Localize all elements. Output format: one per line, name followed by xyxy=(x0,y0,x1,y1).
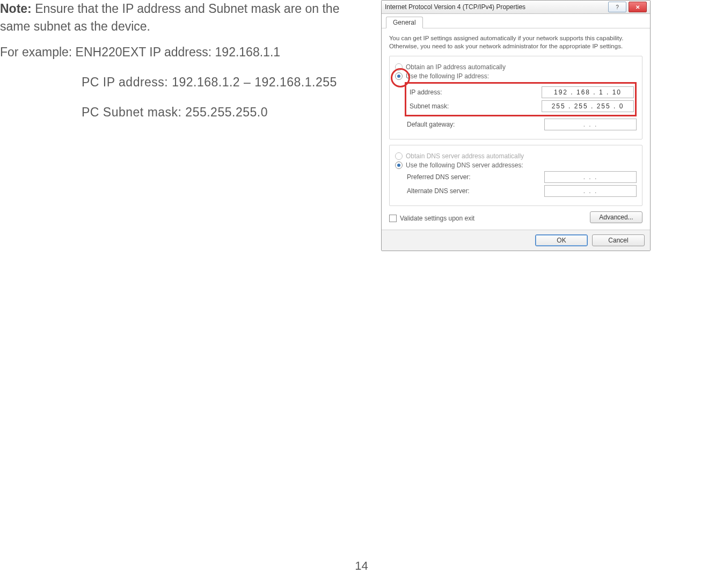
tab-strip: General xyxy=(382,14,650,28)
dialog-description: You can get IP settings assigned automat… xyxy=(389,34,642,50)
page-number: 14 xyxy=(0,559,723,573)
validate-checkbox-label: Validate settings upon exit xyxy=(400,215,474,222)
close-button[interactable]: ✕ xyxy=(629,2,647,12)
help-button[interactable]: ? xyxy=(608,2,626,12)
ip-address-field[interactable]: 192 . 168 . 1 . 10 xyxy=(542,86,634,98)
preferred-dns-row: Preferred DNS server: . . . xyxy=(407,171,637,183)
close-icon: ✕ xyxy=(636,4,640,10)
ip-address-label: IP address: xyxy=(410,89,542,96)
alternate-dns-field[interactable]: . . . xyxy=(544,185,637,197)
validate-checkbox-row[interactable]: Validate settings upon exit xyxy=(389,215,474,222)
preferred-dns-field[interactable]: . . . xyxy=(544,171,637,183)
subnet-mask-label: Subnet mask: xyxy=(410,102,542,110)
ip-address-row: IP address: 192 . 168 . 1 . 10 xyxy=(410,86,634,98)
radio-obtain-ip[interactable] xyxy=(395,63,403,71)
advanced-button[interactable]: Advanced... xyxy=(590,211,642,223)
radio-use-ip-label: Use the following IP address: xyxy=(406,72,489,80)
example-prefix: For example: xyxy=(0,45,76,59)
example-line: For example: ENH220EXT IP address: 192.1… xyxy=(0,43,354,61)
dns-settings-group: Obtain DNS server address automatically … xyxy=(389,145,642,206)
titlebar: Internet Protocol Version 4 (TCP/IPv4) P… xyxy=(382,1,650,14)
default-gateway-field[interactable]: . . . xyxy=(544,119,637,130)
ip-settings-group: Obtain an IP address automatically Use t… xyxy=(389,56,642,139)
example-ip: ENH220EXT IP address: 192.168.1.1 xyxy=(76,45,280,59)
validate-advanced-row: Validate settings upon exit Advanced... xyxy=(389,211,642,223)
dialog-body: You can get IP settings assigned automat… xyxy=(382,28,650,230)
note-label: Note: xyxy=(0,2,32,16)
cancel-button[interactable]: Cancel xyxy=(592,234,645,246)
radio-obtain-ip-row[interactable]: Obtain an IP address automatically xyxy=(395,63,637,71)
tab-general[interactable]: General xyxy=(386,17,423,28)
alternate-dns-row: Alternate DNS server: . . . xyxy=(407,185,637,197)
dialog-footer: OK Cancel xyxy=(382,230,650,251)
radio-obtain-dns-row[interactable]: Obtain DNS server address automatically xyxy=(395,152,637,160)
preferred-dns-label: Preferred DNS server: xyxy=(407,173,544,181)
radio-obtain-dns[interactable] xyxy=(395,152,403,160)
radio-use-ip-row[interactable]: Use the following IP address: xyxy=(395,72,637,80)
validate-checkbox[interactable] xyxy=(389,215,397,222)
default-gateway-label: Default gateway: xyxy=(407,121,544,128)
radio-obtain-dns-label: Obtain DNS server address automatically xyxy=(406,152,524,160)
default-gateway-row: Default gateway: . . . xyxy=(407,119,637,130)
pc-subnet-line: PC Subnet mask: 255.255.255.0 xyxy=(82,104,354,121)
instruction-text-block: Note: Ensure that the IP address and Sub… xyxy=(0,0,354,129)
dialog-title: Internet Protocol Version 4 (TCP/IPv4) P… xyxy=(385,3,606,11)
subnet-mask-row: Subnet mask: 255 . 255 . 255 . 0 xyxy=(410,100,634,112)
ok-button[interactable]: OK xyxy=(535,234,588,246)
radio-use-dns-row[interactable]: Use the following DNS server addresses: xyxy=(395,161,637,169)
pc-ip-line: PC IP address: 192.168.1.2 – 192.168.1.2… xyxy=(82,74,354,91)
ipv4-properties-dialog: Internet Protocol Version 4 (TCP/IPv4) P… xyxy=(381,0,651,251)
radio-use-dns[interactable] xyxy=(395,161,403,169)
alternate-dns-label: Alternate DNS server: xyxy=(407,187,544,195)
highlight-box: IP address: 192 . 168 . 1 . 10 Subnet ma… xyxy=(405,82,637,116)
note-paragraph: Note: Ensure that the IP address and Sub… xyxy=(0,0,354,36)
radio-use-dns-label: Use the following DNS server addresses: xyxy=(406,161,523,169)
radio-obtain-ip-label: Obtain an IP address automatically xyxy=(406,63,506,71)
help-icon: ? xyxy=(616,4,619,10)
note-text: Ensure that the IP address and Subnet ma… xyxy=(0,2,339,33)
radio-use-ip[interactable] xyxy=(395,72,403,80)
subnet-mask-field[interactable]: 255 . 255 . 255 . 0 xyxy=(542,100,634,112)
